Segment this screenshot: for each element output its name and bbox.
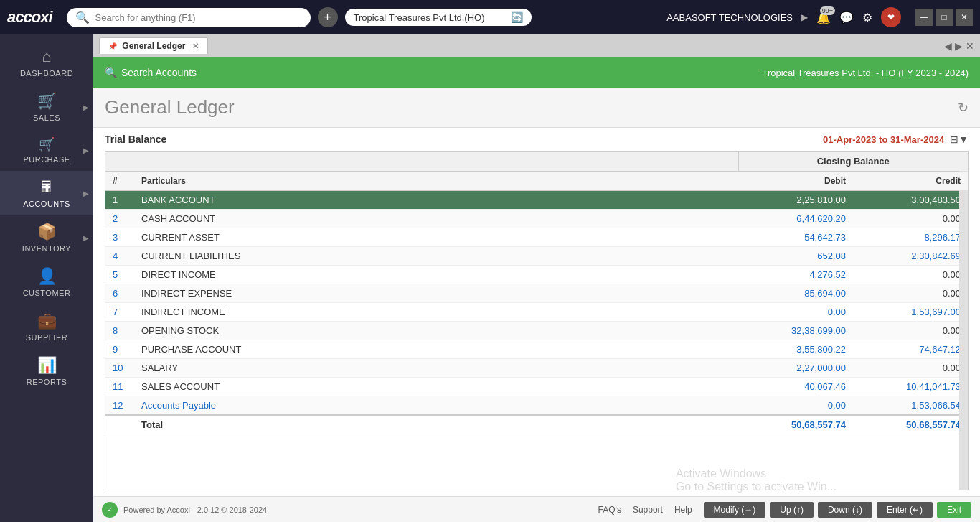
table-cell-credit: 1,53,697.00 <box>853 303 968 322</box>
table-cell-debit: 54,642.73 <box>738 228 853 247</box>
customer-icon: 👤 <box>37 267 57 286</box>
search-accounts-button[interactable]: 🔍 Search Accounts <box>105 67 197 78</box>
tab-close-all[interactable]: ✕ <box>966 40 974 52</box>
sidebar-label-purchase: PURCHASE <box>23 155 70 164</box>
tab-arrow-left[interactable]: ◀ <box>944 40 952 52</box>
sales-icon: 🛒 <box>37 92 57 111</box>
sidebar-item-inventory[interactable]: 📦 INVENTORY ▶ <box>0 215 93 260</box>
total-cell-label: Total <box>134 415 738 434</box>
global-search-bar[interactable]: 🔍 <box>67 8 311 27</box>
topbar-company-label: AABASOFT TECHNOLOGIES <box>666 12 793 23</box>
footer-actions: Modify (→) Up (↑) Down (↓) Enter (↵) Exi… <box>704 502 971 518</box>
table-scroll[interactable]: Closing Balance # Particulars Debit Cred… <box>105 152 968 490</box>
table-cell-num: 7 <box>105 303 134 322</box>
tab-arrow-right[interactable]: ▶ <box>955 40 963 52</box>
table-cell-num: 8 <box>105 322 134 340</box>
notifications-button[interactable]: 🔔 99+ <box>816 11 831 24</box>
table-cell-num: 9 <box>105 340 134 359</box>
table-cell-credit: 0.00 <box>853 284 968 303</box>
table-cell-num: 12 <box>105 396 134 416</box>
sidebar-item-supplier[interactable]: 💼 SUPPLIER <box>0 304 93 349</box>
company-selector[interactable]: Tropical Treasures Pvt Ltd.(HO) 🔄 <box>345 9 532 26</box>
trial-balance-header: Trial Balance 01-Apr-2023 to 31-Mar-2024… <box>105 134 969 145</box>
th-credit: Credit <box>853 172 968 191</box>
search-accounts-icon: 🔍 <box>105 67 117 78</box>
help-link[interactable]: Help <box>674 505 692 515</box>
topbar: accoxi 🔍 + Tropical Treasures Pvt Ltd.(H… <box>0 0 980 34</box>
sales-arrow-icon: ▶ <box>83 103 89 111</box>
faq-link[interactable]: FAQ's <box>598 505 621 515</box>
search-input[interactable] <box>95 12 296 23</box>
table-cell-debit: 6,44,620.20 <box>738 210 853 228</box>
minimize-button[interactable]: — <box>915 9 933 26</box>
tab-label: General Ledger <box>122 41 185 51</box>
table-cell-debit: 3,55,800.22 <box>738 340 853 359</box>
sidebar-item-customer[interactable]: 👤 CUSTOMER <box>0 260 93 304</box>
close-window-button[interactable]: ✕ <box>956 9 973 26</box>
main-layout: ⌂ DASHBOARD 🛒 SALES ▶ 🛒 PURCHASE ▶ 🖩 ACC… <box>0 34 980 522</box>
th-debit: Debit <box>738 172 853 191</box>
down-button[interactable]: Down (↓) <box>818 502 872 518</box>
dropdown-arrow-icon: ▶ <box>801 12 808 22</box>
tab-close-icon[interactable]: ✕ <box>192 42 199 50</box>
sidebar-label-accounts: ACCOUNTS <box>23 200 70 208</box>
add-button[interactable]: + <box>318 7 338 27</box>
footer-links: FAQ's Support Help <box>598 505 692 515</box>
avatar[interactable]: ❤ <box>881 7 901 27</box>
table-cell-debit: 85,694.00 <box>738 284 853 303</box>
tab-general-ledger[interactable]: 📌 General Ledger ✕ <box>99 37 208 54</box>
table-cell-credit: 74,647.12 <box>853 340 968 359</box>
table-cell-num: 11 <box>105 378 134 396</box>
search-icon: 🔍 <box>75 11 90 24</box>
th-empty <box>105 152 738 172</box>
search-accounts-bar: 🔍 Search Accounts Tropical Treasures Pvt… <box>93 57 980 88</box>
table-cell-num: 10 <box>105 359 134 378</box>
gl-container: 🔍 Search Accounts Tropical Treasures Pvt… <box>93 57 980 496</box>
table-cell-num: 2 <box>105 210 134 228</box>
total-cell-debit: 50,68,557.74 <box>738 415 853 434</box>
content-area: 📌 General Ledger ✕ ◀ ▶ ✕ 🔍 Search Accoun… <box>93 34 980 522</box>
sidebar-label-dashboard: DASHBOARD <box>20 69 73 78</box>
sidebar-item-dashboard[interactable]: ⌂ DASHBOARD <box>0 40 93 85</box>
sidebar-item-reports[interactable]: 📊 REPORTS <box>0 349 93 393</box>
table-cell-name: INDIRECT INCOME <box>134 303 738 322</box>
gl-refresh-button[interactable]: ↻ <box>958 100 969 116</box>
th-closing-balance: Closing Balance <box>738 152 968 172</box>
trial-balance-table: Closing Balance # Particulars Debit Cred… <box>105 152 968 434</box>
enter-button[interactable]: Enter (↵) <box>877 502 933 518</box>
support-link[interactable]: Support <box>633 505 663 515</box>
company-fy-label: Tropical Treasures Pvt Ltd. - HO (FY 202… <box>762 67 969 78</box>
total-cell-empty <box>105 415 134 434</box>
sidebar-item-sales[interactable]: 🛒 SALES ▶ <box>0 85 93 129</box>
table-cell-debit: 652.08 <box>738 247 853 266</box>
filter-button[interactable]: ⊟▼ <box>950 134 969 145</box>
table-wrapper: Closing Balance # Particulars Debit Cred… <box>105 151 969 490</box>
table-cell-debit: 4,276.52 <box>738 266 853 284</box>
reports-icon: 📊 <box>37 356 57 375</box>
maximize-button[interactable]: □ <box>936 9 953 26</box>
table-cell-num: 5 <box>105 266 134 284</box>
notification-badge: 99+ <box>820 6 835 15</box>
company-refresh-button[interactable]: 🔄 <box>511 11 523 23</box>
powered-by-label: Powered by Accoxi - 2.0.12 © 2018-2024 <box>123 505 267 514</box>
up-button[interactable]: Up (↑) <box>770 502 814 518</box>
sidebar-item-purchase[interactable]: 🛒 PURCHASE ▶ <box>0 129 93 171</box>
sidebar-label-reports: REPORTS <box>27 378 67 386</box>
exit-button[interactable]: Exit <box>937 502 971 518</box>
sidebar-label-sales: SALES <box>33 113 60 122</box>
messages-button[interactable]: 💬 <box>839 11 854 24</box>
accounts-icon: 🖩 <box>39 178 55 197</box>
settings-button[interactable]: ⚙ <box>862 11 872 24</box>
table-cell-name: SALARY <box>134 359 738 378</box>
table-cell-debit: 2,27,000.00 <box>738 359 853 378</box>
table-cell-name: OPENING STOCK <box>134 322 738 340</box>
table-cell-name: SALES ACCOUNT <box>134 378 738 396</box>
inventory-icon: 📦 <box>37 223 57 241</box>
scrollbar-track[interactable] <box>959 152 968 490</box>
table-cell-num: 6 <box>105 284 134 303</box>
sidebar-item-accounts[interactable]: 🖩 ACCOUNTS ▶ <box>0 171 93 215</box>
company-name: Tropical Treasures Pvt Ltd.(HO) <box>354 12 505 23</box>
modify-button[interactable]: Modify (→) <box>704 502 766 518</box>
table-cell-debit: 0.00 <box>738 396 853 416</box>
bottom-bar: ✓ Powered by Accoxi - 2.0.12 © 2018-2024… <box>93 496 980 522</box>
